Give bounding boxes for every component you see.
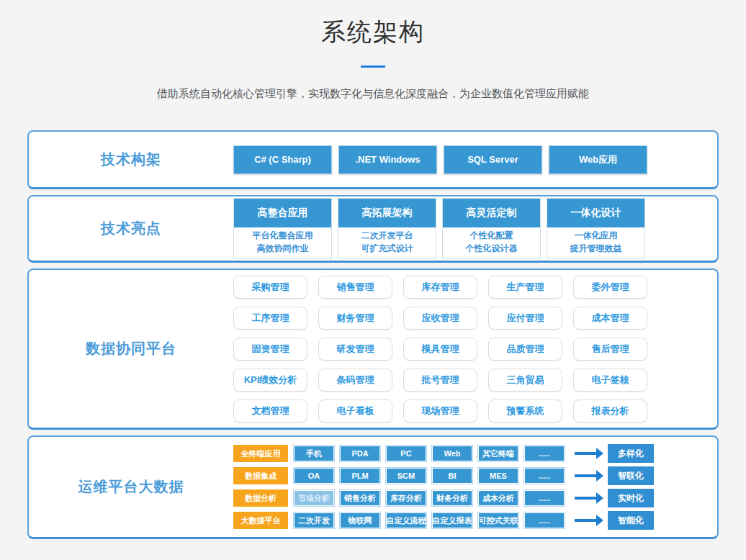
item-chip[interactable]: 自定义流程: [386, 512, 426, 528]
highlight-card-line: 可扩充式设计: [338, 242, 436, 255]
module-button[interactable]: 条码管理: [318, 369, 392, 392]
highlight-card: 高拓展架构 二次开发平台 可扩充式设计: [338, 198, 436, 259]
item-chip[interactable]: 可控式关联: [478, 512, 518, 528]
item-chip[interactable]: PC: [386, 446, 426, 461]
bigdata-row-analysis: 数据分析 市场分析 销售分析 库存分析 财务分析 成本分析 ..... 实时化: [233, 489, 654, 507]
result-badge[interactable]: 实时化: [608, 489, 654, 507]
title-divider: [361, 66, 385, 68]
module-button[interactable]: 批号管理: [403, 369, 477, 392]
highlight-card-body: 平台化整合应用 高效协同作业: [234, 227, 331, 258]
highlight-card-title: 高整合应用: [234, 199, 331, 227]
item-chip[interactable]: 物联网: [340, 512, 380, 528]
item-chip[interactable]: Web: [432, 446, 472, 461]
tech-stack-button-sqlserver[interactable]: SQL Server: [444, 145, 542, 174]
highlight-cards: 高整合应用 平台化整合应用 高效协同作业 高拓展架构 二次开发平台 可扩充式设计…: [233, 198, 645, 259]
item-chip[interactable]: 成本分析: [478, 490, 518, 506]
module-button[interactable]: 库存管理: [403, 276, 477, 299]
arrow-right-icon: [575, 452, 596, 455]
item-chip[interactable]: 其它终端: [478, 446, 518, 461]
module-button[interactable]: 委外管理: [573, 276, 647, 299]
module-button[interactable]: 销售管理: [318, 276, 392, 299]
highlight-card-title: 一体化设计: [547, 199, 644, 227]
highlight-card-line: 高效协同作业: [234, 242, 331, 255]
item-chip[interactable]: PDA: [340, 446, 380, 461]
module-button[interactable]: 应收管理: [403, 307, 477, 330]
item-chip[interactable]: 二次开发: [294, 512, 334, 528]
section-highlights-label: 技术亮点: [29, 219, 233, 238]
bigdata-row-integration: 数据集成 OA PLM SCM BI MES ..... 智联化: [233, 466, 654, 485]
page-title: 系统架构: [0, 0, 746, 49]
bigdata-row-terminals: 全终端应用 手机 PDA PC Web 其它终端 ..... 多样化: [233, 444, 654, 463]
module-grid: 采购管理 销售管理 库存管理 生产管理 委外管理 工序管理 财务管理 应收管理 …: [233, 276, 647, 423]
item-chip-more[interactable]: .....: [524, 468, 565, 484]
result-badge[interactable]: 多样化: [608, 444, 654, 463]
module-button[interactable]: 电子看板: [318, 399, 392, 423]
highlight-card-line: 提升管理效益: [547, 242, 644, 255]
module-button[interactable]: 成本管理: [573, 307, 647, 330]
highlight-card-body: 个性化配置 个性化设计器: [443, 227, 540, 258]
section-tech-stack: 技术构架 C# (C Sharp) .NET Windows SQL Serve…: [27, 130, 719, 189]
section-tech-stack-label: 技术构架: [29, 150, 233, 169]
module-button[interactable]: 文档管理: [233, 399, 307, 423]
section-bigdata-label: 运维平台大数据: [29, 477, 233, 497]
module-button[interactable]: 应付管理: [488, 307, 562, 330]
item-chip[interactable]: 市场分析: [294, 490, 334, 506]
tech-stack-button-dotnet[interactable]: .NET Windows: [338, 145, 437, 174]
arrow-right-icon: [575, 519, 596, 522]
arrow-right-icon: [575, 497, 596, 500]
module-button[interactable]: 售后管理: [573, 338, 647, 361]
category-button[interactable]: 全终端应用: [233, 445, 288, 462]
item-chip[interactable]: MES: [478, 468, 518, 484]
item-chip[interactable]: 财务分析: [432, 490, 472, 506]
module-button[interactable]: 固资管理: [233, 338, 307, 361]
module-button[interactable]: 现场管理: [403, 399, 477, 423]
tech-stack-buttons: C# (C Sharp) .NET Windows SQL Server Web…: [233, 145, 647, 174]
item-chip-more[interactable]: .....: [524, 512, 565, 528]
item-chip[interactable]: BI: [432, 468, 472, 484]
module-button[interactable]: 生产管理: [488, 276, 562, 299]
module-button[interactable]: 品质管理: [488, 338, 562, 361]
category-button[interactable]: 大数据平台: [233, 512, 288, 529]
module-button[interactable]: 采购管理: [233, 276, 307, 299]
highlight-card-line: 个性化设计器: [443, 242, 540, 255]
highlight-card-title: 高拓展架构: [338, 199, 436, 227]
item-chip[interactable]: 自定义报表: [432, 512, 472, 528]
highlight-card-body: 一体化应用 提升管理效益: [547, 227, 644, 258]
section-data-platform: 数据协同平台 采购管理 销售管理 库存管理 生产管理 委外管理 工序管理 财务管…: [27, 268, 719, 430]
highlight-card: 高灵活定制 个性化配置 个性化设计器: [442, 198, 541, 259]
highlight-card-line: 二次开发平台: [338, 229, 436, 242]
highlight-card-body: 二次开发平台 可扩充式设计: [338, 227, 436, 258]
module-button[interactable]: KPI绩效分析: [233, 369, 307, 392]
result-badge[interactable]: 智联化: [608, 466, 654, 485]
module-button[interactable]: 预警系统: [488, 399, 562, 423]
category-button[interactable]: 数据集成: [233, 467, 288, 484]
item-chip[interactable]: SCM: [386, 468, 426, 484]
category-button[interactable]: 数据分析: [233, 489, 288, 507]
highlight-card: 高整合应用 平台化整合应用 高效协同作业: [233, 198, 332, 259]
highlight-card-line: 平台化整合应用: [234, 229, 331, 242]
highlight-card: 一体化设计 一体化应用 提升管理效益: [547, 198, 645, 259]
highlight-card-line: 个性化配置: [443, 229, 540, 242]
architecture-diagram: 技术构架 C# (C Sharp) .NET Windows SQL Serve…: [27, 130, 719, 539]
module-button[interactable]: 三角贸易: [488, 369, 562, 392]
module-button[interactable]: 研发管理: [318, 338, 392, 361]
item-chip[interactable]: PLM: [340, 468, 380, 484]
module-button[interactable]: 模具管理: [403, 338, 477, 361]
section-bigdata: 运维平台大数据 全终端应用 手机 PDA PC Web 其它终端 ..... 多…: [27, 435, 719, 539]
item-chip-more[interactable]: .....: [524, 490, 565, 506]
tech-stack-button-csharp[interactable]: C# (C Sharp): [233, 145, 332, 174]
item-chip[interactable]: 手机: [294, 446, 334, 461]
item-chip-more[interactable]: .....: [524, 446, 565, 461]
module-button[interactable]: 报表分析: [573, 399, 647, 423]
tech-stack-button-web[interactable]: Web应用: [549, 145, 647, 174]
module-button[interactable]: 电子签核: [573, 369, 647, 392]
result-badge[interactable]: 智能化: [608, 511, 654, 530]
section-highlights: 技术亮点 高整合应用 平台化整合应用 高效协同作业 高拓展架构 二次开发平台 可…: [27, 195, 719, 263]
item-chip[interactable]: OA: [294, 468, 334, 484]
module-button[interactable]: 财务管理: [318, 307, 392, 330]
highlight-card-title: 高灵活定制: [443, 199, 540, 227]
item-chip[interactable]: 销售分析: [340, 490, 380, 506]
module-button[interactable]: 工序管理: [233, 307, 307, 330]
item-chip[interactable]: 库存分析: [386, 490, 426, 506]
page-subtitle: 借助系统自动化核心管理引擎，实现数字化与信息化深度融合，为企业数值化管理应用赋能: [0, 87, 746, 101]
